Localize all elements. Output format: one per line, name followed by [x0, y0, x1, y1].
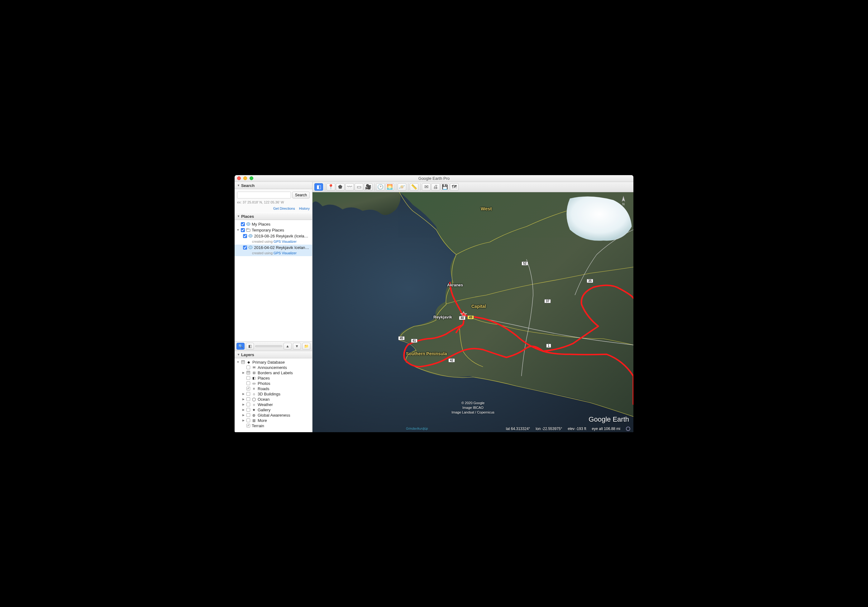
disclosure-icon[interactable]: ▶ — [242, 403, 245, 406]
search-button[interactable]: Search — [292, 192, 310, 199]
checkbox[interactable] — [246, 387, 250, 390]
gps-visualizer-link[interactable]: GPS Visualizer — [274, 251, 297, 255]
search-header[interactable]: Search — [235, 182, 312, 189]
database-icon: ◆ — [246, 360, 251, 364]
layer-icon: ≡ — [252, 387, 256, 391]
polygon-button[interactable]: ⬟ — [336, 183, 344, 191]
road-shield: 35 — [587, 279, 593, 283]
disclosure-icon[interactable]: ▼ — [237, 228, 240, 231]
checkbox[interactable] — [246, 403, 250, 406]
checkbox[interactable] — [243, 245, 247, 250]
region-label-southern: Southern Peninsula — [406, 351, 447, 356]
gps-visualizer-link[interactable]: GPS Visualizer — [274, 240, 297, 243]
history-link[interactable]: History — [299, 206, 310, 210]
checkbox[interactable] — [241, 360, 245, 364]
toggle-sidebar-button[interactable]: ◧ — [246, 343, 254, 349]
down-button[interactable]: ▼ — [293, 343, 301, 349]
tree-row-myplaces[interactable]: My Places — [235, 221, 312, 227]
checkbox[interactable] — [246, 365, 250, 369]
checkbox[interactable] — [246, 371, 250, 374]
node-label: Temporary Places — [252, 228, 284, 233]
image-overlay-button[interactable]: ▭ — [355, 183, 363, 191]
layer-row[interactable]: Terrain — [235, 423, 312, 428]
layer-row[interactable]: ✉Announcements — [235, 365, 312, 370]
map-view[interactable]: West Akranes Capital Reykjavík Southern … — [313, 192, 633, 432]
svg-point-4 — [249, 246, 253, 249]
google-earth-logo: Google Earth — [589, 415, 629, 424]
window-title: Google Earth Pro — [235, 176, 633, 181]
save-image-button[interactable]: 💾 — [440, 183, 449, 191]
planet-button[interactable]: 🪐 — [398, 183, 406, 191]
layer-label: Places — [258, 376, 270, 380]
tree-row-temp[interactable]: ▼ Temporary Places — [235, 227, 312, 233]
search-input[interactable] — [237, 192, 291, 199]
checkbox[interactable] — [246, 424, 250, 427]
layer-row[interactable]: ≡Roads — [235, 386, 312, 391]
layer-row[interactable]: ▶◯Ocean — [235, 397, 312, 402]
layer-label: Ocean — [258, 397, 270, 402]
sunlight-button[interactable]: 🌅 — [385, 183, 394, 191]
up-button[interactable]: ▲ — [284, 343, 291, 349]
layer-row[interactable]: ▶☼Weather — [235, 402, 312, 407]
svg-text:N: N — [622, 203, 625, 206]
tree-desc: created using GPS Visualizer — [235, 239, 312, 245]
disclosure-icon[interactable]: ▶ — [242, 397, 245, 401]
city-label-akranes: Akranes — [447, 283, 463, 287]
layer-primary[interactable]: ▼ ◆ Primary Database — [235, 360, 312, 365]
checkbox[interactable] — [246, 397, 250, 401]
layer-row[interactable]: ▶◍Global Awareness — [235, 413, 312, 418]
titlebar: Google Earth Pro — [235, 175, 633, 182]
disclosure-icon[interactable]: ▶ — [242, 419, 245, 422]
disclosure-icon[interactable]: ▶ — [242, 413, 245, 417]
search-places-button[interactable]: 🔍 — [237, 343, 245, 349]
disclosure-icon[interactable]: ▶ — [242, 371, 245, 374]
close-icon[interactable] — [237, 176, 241, 180]
layer-row[interactable]: ▶⊟Borders and Labels — [235, 370, 312, 376]
placemark-button[interactable]: 📍 — [327, 183, 335, 191]
view-maps-button[interactable]: 🗺 — [450, 183, 459, 191]
checkbox[interactable] — [246, 381, 250, 385]
main-area: ◧ 📍 ⬟ 〰 ▭ 🎥 🕑 🌅 🪐 📏 — [313, 182, 633, 432]
search-panel: Search ex: 37 25.818' N, 122 05.36' W Ge… — [235, 189, 312, 213]
minimize-icon[interactable] — [243, 176, 247, 180]
layer-row[interactable]: ▭Photos — [235, 381, 312, 386]
layer-icon: ◍ — [252, 413, 256, 417]
zoom-icon[interactable] — [250, 176, 253, 180]
city-label-reykjavik: Reykjavík — [433, 315, 452, 320]
disclosure-icon[interactable]: ▼ — [237, 360, 240, 364]
places-tree: My Places ▼ Temporary Places 2019-08-26 … — [235, 220, 312, 341]
checkbox[interactable] — [246, 413, 250, 417]
status-lon: lon -22.553975° — [536, 427, 562, 431]
checkbox[interactable] — [246, 376, 250, 380]
email-button[interactable]: ✉ — [422, 183, 431, 191]
road-shield: 40 — [459, 316, 465, 320]
places-header[interactable]: Places — [235, 213, 312, 220]
record-tour-button[interactable]: 🎥 — [364, 183, 373, 191]
layer-row[interactable]: ▶★Gallery — [235, 407, 312, 413]
tree-row-track[interactable]: 2019-08-26 Reykjavik (Iceland, I — [235, 233, 312, 239]
disclosure-icon[interactable]: ▶ — [242, 408, 245, 411]
ruler-button[interactable]: 📏 — [410, 183, 418, 191]
layer-row[interactable]: ▶⌂3D Buildings — [235, 391, 312, 397]
layers-header[interactable]: Layers — [235, 351, 312, 359]
path-button[interactable]: 〰 — [345, 183, 354, 191]
checkbox[interactable] — [241, 228, 245, 232]
layer-row[interactable]: ◧Places — [235, 376, 312, 381]
print-button[interactable]: 🖨 — [431, 183, 440, 191]
tree-desc: created using GPS Visualizer — [235, 250, 312, 256]
checkbox[interactable] — [246, 408, 250, 411]
tree-row-track[interactable]: 2016-04-02 Reykjavik Iceland (K — [235, 245, 312, 250]
checkbox[interactable] — [241, 222, 245, 226]
get-directions-link[interactable]: Get Directions — [273, 206, 295, 210]
layer-label: Primary Database — [253, 360, 285, 365]
historical-button[interactable]: 🕑 — [376, 183, 385, 191]
sidebar-toggle-button[interactable]: ◧ — [315, 183, 323, 191]
checkbox[interactable] — [243, 234, 247, 238]
opacity-slider[interactable] — [255, 345, 282, 347]
disclosure-icon[interactable]: ▶ — [242, 392, 245, 396]
layer-row[interactable]: ▶▥More — [235, 418, 312, 423]
search-hint: ex: 37 25.818' N, 122 05.36' W — [237, 200, 310, 204]
folder-button[interactable]: 📁 — [302, 343, 310, 349]
checkbox[interactable] — [246, 419, 250, 422]
checkbox[interactable] — [246, 392, 250, 396]
